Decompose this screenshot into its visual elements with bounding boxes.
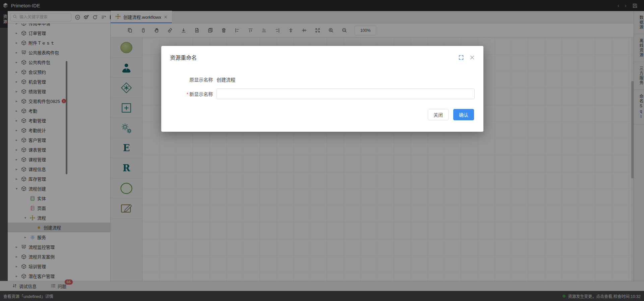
rename-dialog: 资源重命名 原显示名称 创建流程 *新显示名称 关闭 确认 bbox=[161, 46, 483, 132]
fullscreen-icon[interactable] bbox=[458, 55, 464, 60]
new-name-input[interactable] bbox=[217, 88, 475, 99]
original-name-value: 创建流程 bbox=[217, 76, 235, 83]
close-icon[interactable] bbox=[470, 55, 475, 60]
modal-overlay bbox=[0, 0, 644, 301]
application-window: Primeton-IDE ‹ › 资源 AIIn bbox=[0, 0, 644, 301]
dialog-title: 资源重命名 bbox=[170, 53, 197, 61]
close-button[interactable]: 关闭 bbox=[428, 109, 449, 120]
original-name-label: 原显示名称 bbox=[170, 76, 213, 83]
confirm-button[interactable]: 确认 bbox=[453, 109, 474, 120]
new-name-label: *新显示名称 bbox=[170, 91, 213, 97]
required-mark: * bbox=[187, 92, 188, 97]
